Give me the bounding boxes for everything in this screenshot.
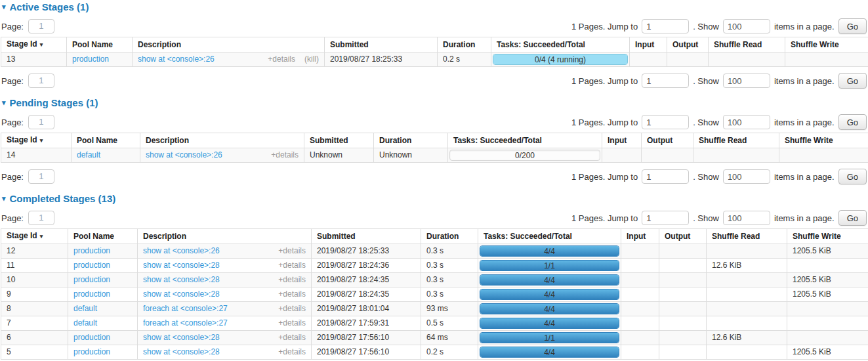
kill-link[interactable]: (kill) [304, 55, 319, 64]
details-link[interactable]: +details [271, 151, 299, 159]
pool-name-link[interactable]: default [77, 150, 100, 159]
description-wrap: foreach at <console>:27+details [143, 305, 306, 313]
pool-name-link[interactable]: production [72, 54, 109, 64]
column-header-input[interactable]: Input [602, 133, 642, 148]
input-cell [621, 302, 659, 316]
jump-to-page-input[interactable] [642, 211, 689, 225]
column-header-output[interactable]: Output [642, 133, 693, 148]
column-header-label: Output [672, 40, 698, 49]
column-header-duration[interactable]: Duration [438, 37, 491, 53]
column-header-description[interactable]: Description [138, 229, 312, 244]
column-header-shuffle-write[interactable]: Shuffle Write [787, 229, 868, 244]
details-link[interactable]: +details [278, 333, 306, 342]
table-row: 12productionshow at <console>:26+details… [1, 244, 868, 259]
jump-to-page-input[interactable] [642, 115, 689, 129]
pool-name-link[interactable]: production [73, 275, 110, 284]
description-link[interactable]: show at <console>:26 [143, 247, 220, 255]
section-title[interactable]: ▾ Active Stages (1) [2, 1, 868, 12]
column-header-duration[interactable]: Duration [421, 229, 478, 244]
description-wrap: foreach at <console>:27+details [143, 319, 306, 328]
column-header-shuffle-read[interactable]: Shuffle Read [707, 229, 787, 244]
column-header-description[interactable]: Description [133, 37, 325, 53]
description-link[interactable]: show at <console>:26 [138, 55, 215, 64]
tasks-cell: 1/1 [478, 331, 621, 345]
details-link[interactable]: +details [278, 276, 306, 284]
pool-name-cell: production [68, 331, 138, 345]
pool-name-link[interactable]: production [73, 289, 110, 299]
description-cell: show at <console>:28+details [138, 287, 312, 302]
progress-label: 1/1 [480, 333, 619, 343]
go-button[interactable]: Go [838, 73, 867, 89]
column-header-label: Description [138, 40, 181, 49]
show-items-input[interactable] [723, 74, 770, 88]
column-header-label: Shuffle Read [699, 136, 747, 145]
pool-name-link[interactable]: production [73, 246, 110, 255]
section-title[interactable]: ▾ Pending Stages (1) [2, 97, 868, 108]
column-header-tasks[interactable]: Tasks: Succeeded/Total [448, 133, 602, 148]
description-link[interactable]: show at <console>:28 [143, 290, 220, 299]
description-link[interactable]: foreach at <console>:27 [143, 319, 228, 328]
jump-to-page-input[interactable] [642, 169, 689, 184]
jump-to-page-input[interactable] [642, 19, 689, 33]
show-items-input[interactable] [723, 115, 770, 129]
pool-name-cell: default [68, 316, 138, 331]
description-link[interactable]: foreach at <console>:27 [143, 305, 228, 313]
column-header-description[interactable]: Description [140, 133, 304, 148]
column-header-pool-name[interactable]: Pool Name [68, 229, 138, 244]
input-cell [630, 53, 667, 67]
column-header-stage-id[interactable]: Stage Id▾ [1, 133, 72, 148]
column-header-pool-name[interactable]: Pool Name [72, 133, 140, 148]
column-header-shuffle-read[interactable]: Shuffle Read [693, 133, 779, 148]
sort-desc-icon: ▾ [40, 137, 43, 144]
details-link[interactable]: +details [278, 319, 306, 328]
details-link[interactable]: +details [278, 305, 306, 313]
column-header-input[interactable]: Input [621, 229, 659, 244]
shuffle-write-cell [779, 148, 868, 163]
details-link[interactable]: +details [278, 290, 306, 299]
details-link[interactable]: +details [278, 261, 306, 270]
description-link[interactable]: show at <console>:28 [143, 261, 220, 270]
details-link[interactable]: +details [278, 348, 306, 356]
go-button[interactable]: Go [838, 18, 867, 34]
show-items-input[interactable] [723, 169, 770, 184]
column-header-shuffle-read[interactable]: Shuffle Read [709, 37, 785, 53]
go-button[interactable]: Go [838, 169, 867, 184]
description-link[interactable]: show at <console>:28 [143, 333, 220, 342]
section-title[interactable]: ▾ Completed Stages (13) [2, 193, 868, 204]
progress-label: 4/4 [480, 246, 619, 256]
pool-name-link[interactable]: production [73, 347, 110, 356]
jump-to-page-input[interactable] [642, 74, 689, 88]
go-button[interactable]: Go [838, 114, 867, 130]
page-indicator-group: Page: 1 [1, 169, 54, 184]
column-header-pool-name[interactable]: Pool Name [67, 37, 133, 53]
column-header-output[interactable]: Output [659, 229, 707, 244]
column-header-stage-id[interactable]: Stage Id▾ [1, 229, 68, 244]
pool-name-link[interactable]: default [73, 304, 97, 313]
pool-name-link[interactable]: production [73, 333, 110, 342]
details-link[interactable]: +details [278, 247, 306, 255]
column-header-label: Stage Id [7, 135, 37, 144]
column-header-tasks[interactable]: Tasks: Succeeded/Total [478, 229, 621, 244]
description-cell: show at <console>:28+details [138, 259, 312, 273]
description-link[interactable]: show at <console>:28 [143, 276, 220, 284]
column-header-shuffle-write[interactable]: Shuffle Write [785, 37, 868, 53]
details-link[interactable]: +details [268, 55, 295, 64]
show-items-input[interactable] [723, 211, 770, 225]
column-header-submitted[interactable]: Submitted [312, 229, 421, 244]
column-header-duration[interactable]: Duration [374, 133, 448, 148]
pool-name-link[interactable]: default [73, 318, 97, 328]
column-header-tasks[interactable]: Tasks: Succeeded/Total [491, 37, 630, 53]
description-link[interactable]: show at <console>:26 [146, 151, 222, 159]
pool-name-link[interactable]: production [73, 261, 110, 270]
show-items-input[interactable] [723, 19, 770, 33]
tasks-progress-bar: 4/4 [480, 289, 619, 300]
go-button[interactable]: Go [838, 210, 867, 226]
column-header-submitted[interactable]: Submitted [304, 133, 374, 148]
column-header-output[interactable]: Output [667, 37, 709, 53]
column-header-shuffle-write[interactable]: Shuffle Write [779, 133, 868, 148]
column-header-label: Output [665, 232, 690, 241]
column-header-input[interactable]: Input [630, 37, 667, 53]
column-header-submitted[interactable]: Submitted [325, 37, 438, 53]
description-link[interactable]: show at <console>:28 [143, 348, 220, 356]
column-header-stage-id[interactable]: Stage Id▾ [1, 37, 67, 53]
